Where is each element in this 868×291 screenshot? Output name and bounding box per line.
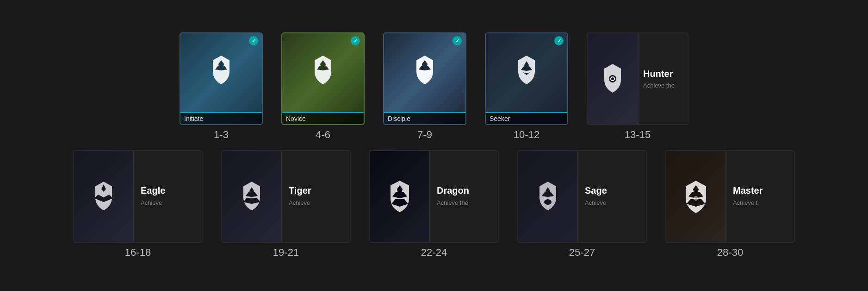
badge-group-dragon: Dragon Achieve the 22-24 (369, 150, 499, 259)
badge-icon-side-dragon (370, 151, 430, 242)
shield-icon-initiate (203, 33, 240, 112)
badge-group-seeker: ✓ Seeker 10-12 (485, 32, 568, 141)
badge-group-disciple: ✓ Disciple 7-9 (383, 32, 466, 141)
badge-range-novice: 4-6 (316, 129, 330, 141)
badge-icon-side-tiger (222, 151, 282, 242)
badge-range-hunter: 13-15 (625, 129, 651, 141)
badge-card-initiate[interactable]: ✓ Initiate (180, 32, 263, 125)
badge-icon-side-hunter (588, 33, 639, 124)
shield-icon-disciple (406, 33, 443, 112)
row-2: Eagle Achieve 16-18 Tiger (14, 150, 854, 259)
badge-grid: ✓ Initiate 1-3 ✓ (0, 23, 868, 268)
badge-info-side-master: Master Achieve t (726, 151, 794, 242)
badge-label-disciple: Disciple (384, 112, 465, 124)
badge-tier-desc-tiger: Achieve (289, 199, 343, 207)
checkmark-icon-disciple: ✓ (453, 36, 462, 45)
badge-group-hunter: Hunter Achieve the 13-15 (587, 32, 688, 141)
checkmark-icon-seeker: ✓ (554, 36, 564, 45)
badge-tier-desc-eagle: Achieve (141, 199, 195, 207)
badge-range-initiate: 1-3 (214, 129, 229, 141)
badge-icon-side-master (666, 151, 726, 242)
badge-card-hunter[interactable]: Hunter Achieve the (587, 32, 688, 125)
badge-info-side-eagle: Eagle Achieve (134, 151, 202, 242)
svg-point-1 (611, 77, 614, 81)
badge-group-initiate: ✓ Initiate 1-3 (180, 32, 263, 141)
badge-info-side-sage: Sage Achieve (578, 151, 646, 242)
badge-tier-name-hunter: Hunter (643, 69, 683, 79)
badge-label-initiate: Initiate (180, 112, 262, 124)
badge-tier-desc-sage: Achieve (585, 199, 639, 207)
checkmark-icon-novice: ✓ (351, 36, 360, 45)
badge-info-side-dragon: Dragon Achieve the (430, 151, 498, 242)
svg-point-3 (694, 196, 698, 201)
badge-icon-side-eagle (74, 151, 134, 242)
badge-range-eagle: 16-18 (125, 247, 151, 259)
badge-tier-name-dragon: Dragon (437, 185, 491, 196)
badge-range-disciple: 7-9 (417, 129, 432, 141)
badge-card-disciple[interactable]: ✓ Disciple (383, 32, 466, 125)
badge-range-seeker: 10-12 (514, 129, 539, 141)
badge-card-dragon[interactable]: Dragon Achieve the (369, 150, 499, 243)
badge-group-eagle: Eagle Achieve 16-18 (73, 150, 203, 259)
badge-tier-name-tiger: Tiger (289, 185, 343, 196)
badge-tier-name-sage: Sage (585, 185, 639, 196)
shield-icon-novice (304, 33, 341, 112)
badge-range-dragon: 22-24 (421, 247, 447, 259)
badge-range-master: 28-30 (717, 247, 743, 259)
badge-group-novice: ✓ Novice 4-6 (281, 32, 365, 141)
badge-label-seeker: Seeker (486, 112, 567, 124)
badge-tier-desc-master: Achieve t (733, 199, 787, 207)
badge-tier-name-master: Master (733, 185, 787, 196)
badge-info-side-tiger: Tiger Achieve (282, 151, 350, 242)
badge-tier-name-eagle: Eagle (141, 185, 195, 196)
badge-info-side-hunter: Hunter Achieve the (639, 33, 688, 124)
badge-icon-side-sage (518, 151, 578, 242)
badge-tier-desc-dragon: Achieve the (437, 199, 491, 207)
shield-icon-seeker (508, 33, 545, 112)
badge-card-master[interactable]: Master Achieve t (665, 150, 795, 243)
badge-card-novice[interactable]: ✓ Novice (281, 32, 365, 125)
badge-card-sage[interactable]: Sage Achieve (517, 150, 647, 243)
checkmark-icon: ✓ (249, 36, 258, 45)
svg-point-2 (544, 199, 552, 205)
badge-card-tiger[interactable]: Tiger Achieve (221, 150, 351, 243)
badge-group-master: Master Achieve t 28-30 (665, 150, 795, 259)
badge-label-novice: Novice (282, 112, 364, 124)
badge-card-eagle[interactable]: Eagle Achieve (73, 150, 203, 243)
badge-tier-desc-hunter: Achieve the (643, 82, 683, 89)
row-1: ✓ Initiate 1-3 ✓ (14, 32, 854, 141)
badge-range-tiger: 19-21 (273, 247, 299, 259)
badge-group-sage: Sage Achieve 25-27 (517, 150, 647, 259)
badge-group-tiger: Tiger Achieve 19-21 (221, 150, 351, 259)
badge-range-sage: 25-27 (569, 247, 595, 259)
badge-card-seeker[interactable]: ✓ Seeker (485, 32, 568, 125)
